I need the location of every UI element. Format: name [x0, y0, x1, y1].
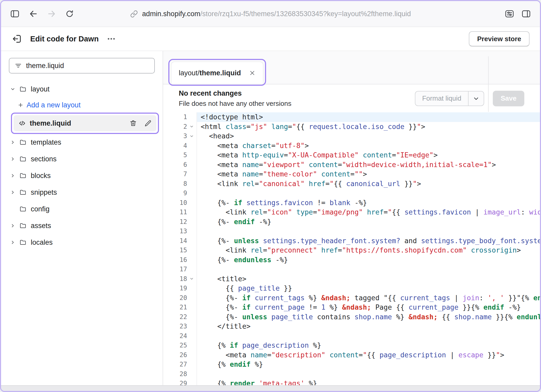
code-line-text[interactable]: <meta charset="utf-8"> — [197, 141, 540, 151]
editor-panel: No recent changes File does not have any… — [163, 84, 540, 385]
code-line: 27 {% endif %} — [163, 360, 540, 369]
chevron-right-icon[interactable] — [10, 190, 16, 195]
line-number: 26 — [163, 350, 197, 360]
code-line-text[interactable]: <title> — [197, 274, 540, 284]
code-line: 19 {{ page_title }} — [163, 284, 540, 293]
code-line: 20 {%- if current_tags %} &ndash; tagged… — [163, 293, 540, 303]
status-subtitle: File does not have any other versions — [179, 100, 291, 108]
line-number: 14 — [163, 236, 197, 246]
fold-chevron-icon[interactable] — [187, 277, 196, 281]
code-line-text[interactable]: <link rel="preconnect" href="https://fon… — [197, 246, 540, 255]
code-line-text[interactable]: {{ page_title }} — [197, 284, 540, 293]
close-icon[interactable] — [249, 70, 256, 76]
code-line-text[interactable]: {%- endif -%} — [197, 217, 540, 227]
plus-icon — [18, 102, 23, 108]
code-line-text[interactable]: <html class="js" lang="{{ request.locale… — [197, 122, 540, 132]
code-line-text[interactable]: <meta name="description" content="{{ pag… — [197, 350, 540, 360]
preview-store-button[interactable]: Preview store — [469, 31, 530, 46]
code-line: 12 {%- endif -%} — [163, 217, 540, 227]
line-number: 18 — [163, 274, 197, 284]
code-line: 21 {%- if current_page != 1 %} &ndash; P… — [163, 303, 540, 312]
chevron-down-icon[interactable] — [10, 87, 16, 92]
code-line: 17 — [163, 265, 540, 274]
code-line: 9 — [163, 188, 540, 198]
sidebar-item-blocks[interactable]: blocks — [1, 167, 163, 184]
file-search[interactable] — [9, 58, 155, 74]
add-new-layout-button[interactable]: Add a new layout — [1, 97, 163, 113]
code-line-text[interactable]: {%- endunless -%} — [197, 255, 540, 265]
chevron-down-icon[interactable] — [468, 91, 484, 106]
code-line: 10 {%- if settings.favicon != blank -%} — [163, 198, 540, 208]
save-button[interactable]: Save — [493, 91, 524, 106]
code-line-text[interactable]: <meta name="viewport" content="width=dev… — [197, 160, 540, 170]
folder-icon — [19, 139, 27, 146]
sidebar-item-snippets[interactable]: snippets — [1, 184, 163, 201]
trash-icon[interactable] — [129, 119, 137, 127]
line-number: 25 — [163, 341, 197, 350]
code-line-text[interactable] — [197, 331, 540, 341]
code-line-text[interactable]: <head> — [197, 131, 540, 141]
chevron-right-icon[interactable] — [10, 173, 16, 178]
sidebar-item-templates[interactable]: templates — [1, 134, 163, 151]
tab-theme-liquid[interactable]: layout/theme.liquid — [171, 62, 263, 84]
code-line-text[interactable]: <meta name="theme-color" content=""> — [197, 169, 540, 179]
fold-chevron-icon[interactable] — [187, 124, 196, 129]
sidebar-item-assets[interactable]: assets — [1, 217, 163, 234]
file-sidebar: layoutAdd a new layouttheme.liquidtempla… — [1, 51, 163, 385]
code-line: 29 {% render 'meta-tags' %} — [163, 379, 540, 385]
code-line: 1<!doctype html> — [163, 112, 540, 122]
line-number: 19 — [163, 284, 197, 293]
code-line-text[interactable]: <link rel="icon" type="image/png" href="… — [197, 207, 540, 217]
code-line-text[interactable] — [197, 265, 540, 274]
sidebar-item-config[interactable]: config — [1, 201, 163, 217]
code-line-text[interactable] — [197, 188, 540, 198]
sidebar-item-theme-liquid-selected[interactable]: theme.liquid — [14, 115, 156, 131]
code-line-text[interactable]: {% if page_description %} — [197, 341, 540, 350]
toolbar-divider — [488, 56, 489, 112]
code-line-text[interactable]: <!doctype html> — [197, 112, 540, 122]
forward-icon[interactable] — [47, 9, 56, 19]
code-line-text[interactable]: {%- if settings.favicon != blank -%} — [197, 198, 540, 208]
code-file-icon — [18, 119, 26, 127]
line-number: 13 — [163, 226, 197, 236]
line-number: 12 — [163, 217, 197, 227]
sidebar-item-layout[interactable]: layout — [1, 81, 163, 97]
sidebar-item-label: config — [31, 205, 50, 213]
sidebar-toggle-icon[interactable] — [10, 9, 20, 19]
ellipsis-icon[interactable] — [107, 34, 116, 44]
panel-right-icon[interactable] — [521, 9, 531, 19]
line-number: 23 — [163, 322, 197, 331]
code-line-text[interactable]: <meta http-equiv="X-UA-Compatible" conte… — [197, 150, 540, 160]
address-bar[interactable]: admin.shopify.com/store/rzq1xu-f5/themes… — [130, 10, 411, 18]
code-line-text[interactable]: {% render 'meta-tags' %} — [197, 379, 540, 385]
code-line-text[interactable] — [197, 226, 540, 236]
code-editor[interactable]: 1<!doctype html>2<html class="js" lang="… — [163, 112, 540, 385]
code-line: 13 — [163, 226, 540, 236]
code-line-text[interactable]: {%- if current_tags %} &ndash; tagged "{… — [197, 293, 540, 303]
chevron-right-icon[interactable] — [10, 156, 16, 162]
tune-icon[interactable] — [505, 9, 514, 19]
sidebar-item-locales[interactable]: locales — [1, 234, 163, 251]
code-line-text[interactable] — [197, 369, 540, 379]
back-icon[interactable] — [29, 9, 38, 19]
sidebar-item-sections[interactable]: sections — [1, 151, 163, 167]
code-line: 11 <link rel="icon" type="image/png" hre… — [163, 207, 540, 217]
search-input[interactable] — [26, 62, 149, 70]
code-line-text[interactable]: {%- if current_page != 1 %} &ndash; Page… — [197, 303, 540, 312]
code-line-text[interactable]: {%- unless settings.type_header_font.sys… — [197, 236, 540, 246]
line-number: 15 — [163, 246, 197, 255]
folder-icon — [19, 189, 27, 196]
code-line: 2<html class="js" lang="{{ request.local… — [163, 122, 540, 132]
pencil-icon[interactable] — [144, 120, 152, 127]
fold-chevron-icon[interactable] — [187, 134, 196, 138]
code-line-text[interactable]: <link rel="canonical" href="{{ canonical… — [197, 179, 540, 189]
code-line-text[interactable]: {% endif %} — [197, 360, 540, 369]
format-liquid-button[interactable]: Format liquid — [415, 91, 468, 106]
code-line-text[interactable]: {%- unless page_title contains shop.name… — [197, 312, 540, 322]
chevron-right-icon[interactable] — [10, 223, 16, 228]
reload-icon[interactable] — [65, 9, 74, 18]
exit-icon[interactable] — [11, 33, 22, 44]
code-line-text[interactable]: </title> — [197, 322, 540, 331]
chevron-right-icon[interactable] — [10, 240, 16, 245]
chevron-right-icon[interactable] — [10, 140, 16, 145]
